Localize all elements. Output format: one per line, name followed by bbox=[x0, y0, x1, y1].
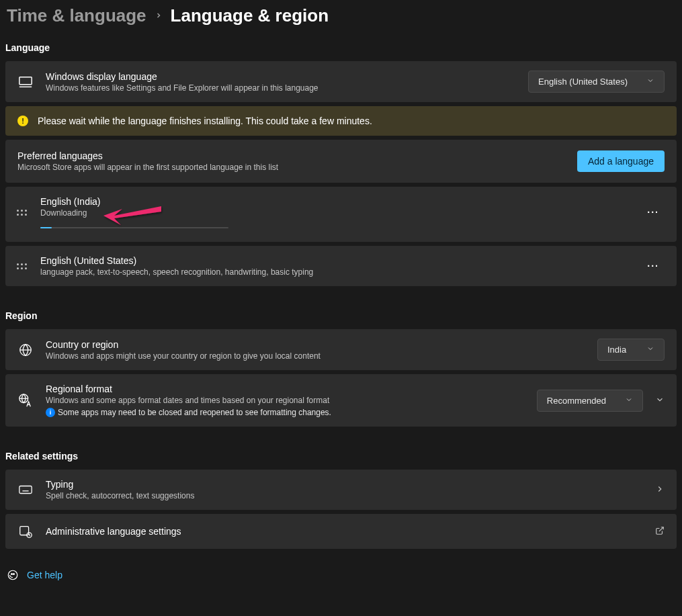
page-title: Language & region bbox=[171, 5, 329, 26]
help-icon bbox=[7, 569, 19, 581]
section-label-region: Region bbox=[5, 310, 677, 321]
svg-point-14 bbox=[11, 574, 13, 575]
expand-toggle[interactable] bbox=[655, 395, 665, 406]
windows-display-language-card: Windows display language Windows feature… bbox=[5, 61, 677, 102]
country-region-dropdown[interactable]: India bbox=[597, 339, 665, 361]
get-help-link[interactable]: Get help bbox=[5, 569, 677, 581]
preferred-languages-header: Preferred languages Microsoft Store apps… bbox=[5, 140, 677, 183]
display-language-selected: English (United States) bbox=[538, 77, 628, 87]
svg-rect-0 bbox=[19, 77, 32, 84]
regional-format-selected: Recommended bbox=[547, 396, 606, 406]
language-more-button[interactable]: ··· bbox=[642, 204, 665, 220]
chevron-right-icon bbox=[155, 9, 163, 23]
breadcrumb: Time & language Language & region bbox=[5, 5, 677, 26]
display-language-title: Windows display language bbox=[46, 71, 516, 82]
add-language-button[interactable]: Add a language bbox=[577, 150, 665, 172]
chevron-down-icon bbox=[646, 345, 654, 355]
display-language-desc: Windows features like Settings and File … bbox=[46, 83, 516, 93]
svg-line-12 bbox=[659, 527, 663, 531]
drag-handle-icon[interactable] bbox=[15, 206, 28, 219]
preferred-languages-desc: Microsoft Store apps will appear in the … bbox=[17, 163, 577, 172]
language-name: English (United States) bbox=[40, 255, 630, 266]
globe-icon bbox=[17, 342, 34, 358]
chevron-down-icon bbox=[625, 396, 633, 406]
country-selected: India bbox=[607, 345, 626, 355]
language-status: Downloading bbox=[40, 208, 630, 218]
language-item[interactable]: English (India) Downloading ··· bbox=[5, 187, 677, 242]
section-label-language: Language bbox=[5, 42, 677, 53]
get-help-label[interactable]: Get help bbox=[27, 570, 62, 580]
monitor-icon bbox=[17, 74, 34, 90]
chevron-right-icon bbox=[655, 484, 665, 496]
admin-language-settings-link[interactable]: Administrative language settings bbox=[5, 514, 677, 549]
preferred-languages-title: Preferred languages bbox=[17, 150, 577, 161]
regional-format-title: Regional format bbox=[46, 384, 525, 394]
install-status-message: Please wait while the language finishes … bbox=[38, 116, 372, 126]
regional-format-note: Some apps may need to be closed and reop… bbox=[58, 408, 331, 417]
install-status-banner: ! Please wait while the language finishe… bbox=[5, 106, 677, 136]
info-icon: i bbox=[46, 408, 55, 417]
typing-settings-link[interactable]: Typing Spell check, autocorrect, text su… bbox=[5, 470, 677, 510]
chevron-down-icon bbox=[646, 77, 654, 87]
svg-rect-4 bbox=[19, 486, 32, 494]
typing-title: Typing bbox=[46, 479, 643, 490]
svg-point-15 bbox=[13, 574, 15, 575]
globe-language-icon bbox=[17, 392, 34, 408]
drag-handle-icon[interactable] bbox=[15, 259, 28, 273]
regional-format-dropdown[interactable]: Recommended bbox=[537, 390, 643, 412]
keyboard-icon bbox=[17, 482, 34, 498]
country-region-title: Country or region bbox=[46, 339, 585, 350]
regional-format-card: Regional format Windows and some apps fo… bbox=[5, 374, 677, 427]
language-more-button[interactable]: ··· bbox=[642, 258, 665, 274]
admin-settings-icon bbox=[17, 523, 34, 539]
regional-format-desc: Windows and some apps format dates and t… bbox=[46, 396, 525, 405]
typing-desc: Spell check, autocorrect, text suggestio… bbox=[46, 491, 643, 500]
external-link-icon bbox=[655, 526, 665, 537]
language-item[interactable]: English (United States) language pack, t… bbox=[5, 246, 677, 286]
display-language-dropdown[interactable]: English (United States) bbox=[528, 71, 665, 93]
admin-settings-title: Administrative language settings bbox=[46, 526, 643, 537]
country-region-card: Country or region Windows and apps might… bbox=[5, 329, 677, 370]
language-status: language pack, text-to-speech, speech re… bbox=[40, 267, 630, 277]
download-progress bbox=[40, 227, 228, 228]
warning-icon: ! bbox=[17, 116, 28, 126]
language-name: English (India) bbox=[40, 196, 630, 207]
country-region-desc: Windows and apps might use your country … bbox=[46, 351, 585, 361]
breadcrumb-parent[interactable]: Time & language bbox=[7, 5, 146, 26]
section-label-related: Related settings bbox=[5, 451, 677, 461]
